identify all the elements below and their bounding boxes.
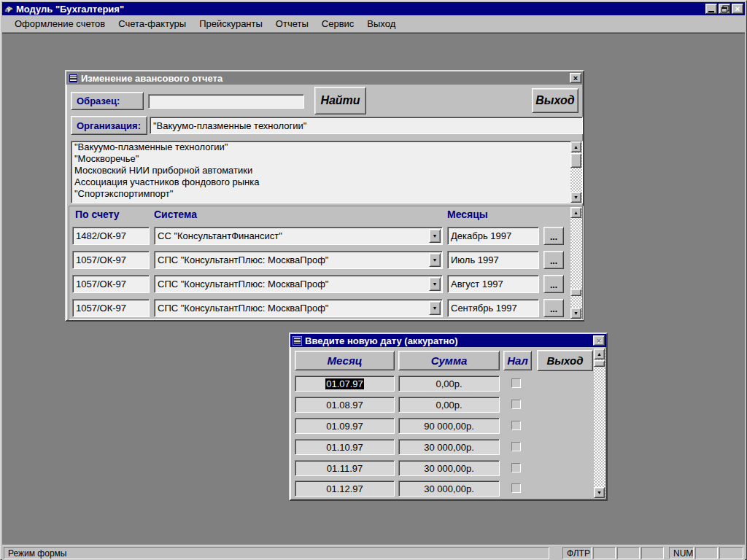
month-column-button[interactable]: Месяц <box>295 351 395 370</box>
statusbar: Режим формы ФЛТР NUM <box>2 545 745 560</box>
org-list-item[interactable]: Ассоциация участников фондового рынка <box>71 176 582 188</box>
more-button[interactable]: ... <box>543 275 564 293</box>
detail-scrollbar[interactable]: ▲ ▼ <box>570 207 582 319</box>
system-value: СПС "КонсультантПлюс: МоскваПроф" <box>158 279 328 289</box>
org-list-item[interactable]: "Спортэкспортимпорт" <box>71 188 582 200</box>
month-field[interactable]: Июль 1997 <box>447 251 539 269</box>
scrollbar-thumb[interactable] <box>570 153 581 168</box>
sum-field[interactable]: 30 000,00р. <box>398 460 500 476</box>
chevron-down-icon: ▼ <box>433 233 438 238</box>
scroll-down-button[interactable]: ▼ <box>570 192 581 203</box>
account-field[interactable]: 1057/ОК-97 <box>72 299 150 317</box>
restore-button[interactable] <box>719 4 730 14</box>
dialog2-scrollbar[interactable]: ▲ ▼ <box>594 349 605 498</box>
combo-dropdown-button[interactable]: ▼ <box>429 253 441 267</box>
cash-checkbox[interactable] <box>511 378 521 388</box>
menu-item-pricelists[interactable]: Прейскуранты <box>193 16 269 31</box>
detail-section: По счету Система Месяцы 1482/ОК-97 СС "К… <box>69 206 584 320</box>
chevron-down-icon: ▼ <box>433 257 438 262</box>
date-field[interactable]: 01.11.97 <box>295 460 395 476</box>
sum-field[interactable]: 0,00р. <box>398 376 500 392</box>
cash-checkbox[interactable] <box>511 483 521 493</box>
combo-dropdown-button[interactable]: ▼ <box>429 277 441 291</box>
month-field[interactable]: Сентябрь 1997 <box>447 299 539 317</box>
chevron-down-icon: ▼ <box>433 281 438 287</box>
menu-item-factures[interactable]: Счета-фактуры <box>112 16 193 31</box>
sample-input[interactable] <box>148 94 304 109</box>
sum-field[interactable]: 30 000,00р. <box>398 481 500 497</box>
more-button[interactable]: ... <box>543 227 564 245</box>
cash-column-button[interactable]: Нал <box>503 351 532 370</box>
cash-checkbox[interactable] <box>511 400 521 409</box>
more-button[interactable]: ... <box>543 251 564 269</box>
menu-item-reports[interactable]: Отчеты <box>269 16 315 31</box>
cash-checkbox[interactable] <box>511 442 521 451</box>
month-field[interactable]: Декабрь 1997 <box>447 227 539 245</box>
date-field[interactable]: 01.10.97 <box>295 439 395 455</box>
system-combobox[interactable]: СПС "КонсультантПлюс: МоскваПроф"▼ <box>154 299 443 317</box>
month-field[interactable]: Август 1997 <box>447 275 539 293</box>
system-value: СС "КонсультантФинансист" <box>158 230 282 241</box>
system-combobox[interactable]: СПС "КонсультантПлюс: МоскваПроф"▼ <box>154 251 443 269</box>
system-combobox[interactable]: СПС "КонсультантПлюс: МоскваПроф"▼ <box>154 275 443 293</box>
up-arrow-icon: ▲ <box>597 351 602 357</box>
menu-item-service[interactable]: Сервис <box>315 16 361 31</box>
sample-label-button[interactable]: Образец: <box>71 92 144 110</box>
menu-item-exit[interactable]: Выход <box>360 16 402 31</box>
minimize-icon <box>708 11 714 12</box>
system-combobox[interactable]: СС "КонсультантФинансист"▼ <box>154 227 443 245</box>
more-button[interactable]: ... <box>543 299 564 317</box>
system-value: СПС "КонсультантПлюс: МоскваПроф" <box>158 303 328 314</box>
chevron-down-icon: ▼ <box>433 306 438 311</box>
org-list-item[interactable]: "Москворечье" <box>71 153 582 165</box>
org-list-item[interactable]: "Вакуумо-плазменные технологии" <box>71 141 582 153</box>
combo-dropdown-button[interactable]: ▼ <box>429 229 441 243</box>
column-header-system: Система <box>154 209 197 220</box>
scrollbar-thumb[interactable] <box>570 289 581 296</box>
date-field[interactable]: 01.12.97 <box>295 481 395 497</box>
scroll-down-button[interactable]: ▼ <box>594 487 605 498</box>
date-field[interactable]: 01.08.97 <box>295 397 395 413</box>
account-field[interactable]: 1057/ОК-97 <box>72 251 150 269</box>
scrollbar-thumb[interactable] <box>594 360 605 367</box>
dialog2-exit-button[interactable]: Выход <box>537 350 593 371</box>
sum-field[interactable]: 90 000,00р. <box>398 418 500 434</box>
sum-field[interactable]: 30 000,00р. <box>398 439 500 455</box>
org-list-item[interactable]: Московский НИИ приборной автоматики <box>71 165 582 176</box>
cash-checkbox[interactable] <box>511 463 521 472</box>
scroll-up-button[interactable]: ▲ <box>570 141 581 152</box>
combo-dropdown-button[interactable]: ▼ <box>429 301 441 315</box>
dialog2-titlebar[interactable]: Введите новую дату (аккуратно) × <box>290 334 606 347</box>
status-panel-empty <box>641 547 664 559</box>
dialog1-titlebar[interactable]: Изменение авансового отчета × <box>66 71 583 85</box>
status-panel-empty <box>617 547 640 559</box>
minimize-button[interactable] <box>705 4 717 14</box>
organization-label-button[interactable]: Организация: <box>71 116 147 135</box>
up-arrow-icon: ▲ <box>573 210 578 215</box>
scroll-up-button[interactable]: ▲ <box>570 207 581 218</box>
account-field[interactable]: 1057/ОК-97 <box>72 275 150 293</box>
date-field[interactable]: 01.07.97 <box>295 376 395 392</box>
down-arrow-icon: ▼ <box>573 311 578 316</box>
column-header-account: По счету <box>75 209 120 220</box>
close-button[interactable]: × <box>732 4 743 14</box>
system-value: СПС "КонсультантПлюс: МоскваПроф" <box>158 254 328 265</box>
account-field[interactable]: 1482/ОК-97 <box>72 227 150 245</box>
organization-input[interactable]: "Вакуумо-плазменные технологии" <box>150 117 583 134</box>
dialog1-close-button[interactable]: × <box>570 73 581 83</box>
dialog1-exit-button[interactable]: Выход <box>532 88 578 113</box>
window-titlebar[interactable]: Модуль "Бухгалтерия" × <box>2 2 745 15</box>
cash-checkbox[interactable] <box>511 421 521 430</box>
scroll-down-button[interactable]: ▼ <box>570 308 581 319</box>
sum-field[interactable]: 0,00р. <box>398 397 500 413</box>
find-button[interactable]: Найти <box>314 87 366 114</box>
sum-column-button[interactable]: Сумма <box>398 351 500 370</box>
date-field[interactable]: 01.09.97 <box>295 418 395 434</box>
dialog2-close-button[interactable]: × <box>593 335 605 346</box>
up-arrow-icon: ▲ <box>573 144 578 149</box>
selected-date-value: 01.07.97 <box>325 378 364 389</box>
org-list-scrollbar[interactable]: ▲ ▼ <box>570 141 582 203</box>
scroll-up-button[interactable]: ▲ <box>594 349 605 359</box>
window-title: Модуль "Бухгалтерия" <box>16 4 124 15</box>
menu-item-invoices[interactable]: Оформление счетов <box>8 16 112 31</box>
